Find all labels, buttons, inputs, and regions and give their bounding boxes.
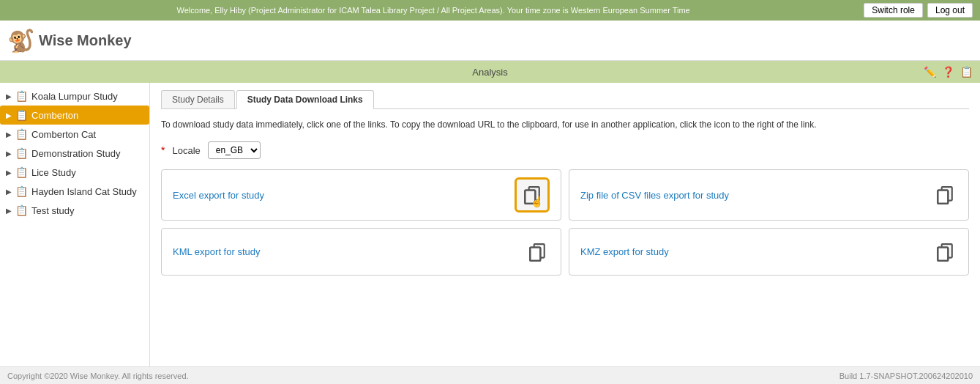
switch-role-button[interactable]: Switch role (864, 3, 923, 18)
sidebar-item-comberton-cat[interactable]: ▶ 📋 Comberton Cat (0, 125, 149, 144)
sidebar-item-hayden-island-cat-study[interactable]: ▶ 📋 Hayden Island Cat Study (0, 182, 149, 201)
copy-icon (528, 243, 547, 262)
locale-row: * Locale en_GB (161, 141, 969, 159)
kmz-export-link[interactable]: KMZ export for study (580, 246, 669, 257)
required-star: * (161, 144, 165, 156)
excel-export-link[interactable]: Excel export for study (173, 190, 264, 201)
analysis-bar-icons: ✏️ ❓ 📋 (924, 66, 973, 78)
cards-grid: Excel export for study ☝ Zip file of CSV… (161, 169, 969, 276)
kml-copy-icon-button[interactable] (525, 240, 550, 265)
svg-rect-7 (530, 247, 540, 260)
welcome-message: Welcome, Elly Hiby (Project Administrato… (7, 6, 859, 15)
zip-csv-export-card: Zip file of CSV files export for study (569, 169, 969, 221)
kml-export-link[interactable]: KML export for study (173, 246, 260, 257)
sidebar-item-label: Hayden Island Cat Study (31, 186, 137, 197)
description-text: To download study data immediately, clic… (161, 118, 969, 131)
zip-csv-copy-icon-button[interactable] (932, 182, 957, 207)
sidebar-item-test-study[interactable]: ▶ 📋 Test study (0, 201, 149, 220)
study-icon: 📋 (15, 109, 28, 121)
export-icon[interactable]: 📋 (960, 66, 973, 78)
tab-study-details[interactable]: Study Details (161, 90, 235, 108)
analysis-title: Analysis (472, 67, 507, 78)
arrow-icon: ▶ (6, 149, 12, 158)
top-bar: Welcome, Elly Hiby (Project Administrato… (0, 0, 980, 21)
study-icon: 📋 (15, 147, 28, 159)
study-icon: 📋 (15, 128, 28, 140)
study-icon: 📋 (15, 90, 28, 102)
sidebar-item-label: Demonstration Study (31, 148, 120, 159)
edit-icon[interactable]: ✏️ (924, 66, 936, 78)
kmz-export-card: KMZ export for study (569, 228, 969, 276)
sidebar-item-lice-study[interactable]: ▶ 📋 Lice Study (0, 163, 149, 182)
logo: 🐒 Wise Monkey (7, 28, 132, 53)
svg-rect-4 (938, 191, 948, 204)
logout-button[interactable]: Log out (927, 3, 973, 18)
arrow-icon: ▶ (6, 111, 12, 119)
sidebar-item-label: Koala Lumpur Study (31, 91, 118, 102)
copy-icon (935, 243, 954, 262)
locale-label: Locale (172, 145, 200, 156)
arrow-icon: ▶ (6, 188, 12, 196)
sidebar-item-comberton[interactable]: ▶ 📋 Comberton (0, 106, 149, 125)
analysis-bar: Analysis ✏️ ❓ 📋 (0, 61, 980, 83)
logo-bar: 🐒 Wise Monkey (0, 21, 980, 61)
sidebar-item-koala-lumpur-study[interactable]: ▶ 📋 Koala Lumpur Study (0, 86, 149, 106)
study-icon: 📋 (15, 166, 28, 178)
sidebar-item-demonstration-study[interactable]: ▶ 📋 Demonstration Study (0, 144, 149, 163)
tab-study-data-download-links[interactable]: Study Data Download Links (236, 90, 374, 109)
footer: Copyright ©2020 Wise Monkey. All rights … (0, 366, 980, 384)
excel-copy-icon-button[interactable]: ☝ (515, 177, 550, 213)
arrow-icon: ▶ (6, 130, 12, 139)
content-area: Study Details Study Data Download Links … (150, 83, 980, 366)
arrow-icon: ▶ (6, 207, 12, 215)
sidebar-item-label: Comberton Cat (31, 129, 96, 140)
build-info: Build 1.7-SNAPSHOT.200624202010 (839, 372, 973, 380)
sidebar: ▶ 📋 Koala Lumpur Study ▶ 📋 Comberton ▶ 📋… (0, 83, 150, 366)
sidebar-item-label: Lice Study (31, 167, 76, 178)
study-icon: 📋 (15, 204, 28, 216)
zip-csv-export-link[interactable]: Zip file of CSV files export for study (580, 190, 729, 201)
arrow-icon: ▶ (6, 92, 12, 100)
kml-export-card: KML export for study (161, 228, 561, 276)
excel-export-card: Excel export for study ☝ (161, 169, 561, 221)
logo-label: Wise Monkey (39, 32, 132, 49)
help-icon[interactable]: ❓ (942, 66, 954, 78)
tabs: Study Details Study Data Download Links (161, 90, 969, 109)
main-layout: ▶ 📋 Koala Lumpur Study ▶ 📋 Comberton ▶ 📋… (0, 83, 980, 366)
sidebar-item-label: Comberton (31, 110, 78, 121)
locale-select[interactable]: en_GB (208, 141, 261, 159)
sidebar-item-label: Test study (31, 205, 75, 216)
copy-icon (935, 185, 954, 204)
logo-monkey-icon: 🐒 (7, 28, 34, 53)
copyright: Copyright ©2020 Wise Monkey. All rights … (7, 372, 189, 380)
svg-rect-10 (938, 247, 948, 260)
kmz-copy-icon-button[interactable] (932, 240, 957, 265)
study-icon: 📋 (15, 185, 28, 197)
arrow-icon: ▶ (6, 169, 12, 177)
